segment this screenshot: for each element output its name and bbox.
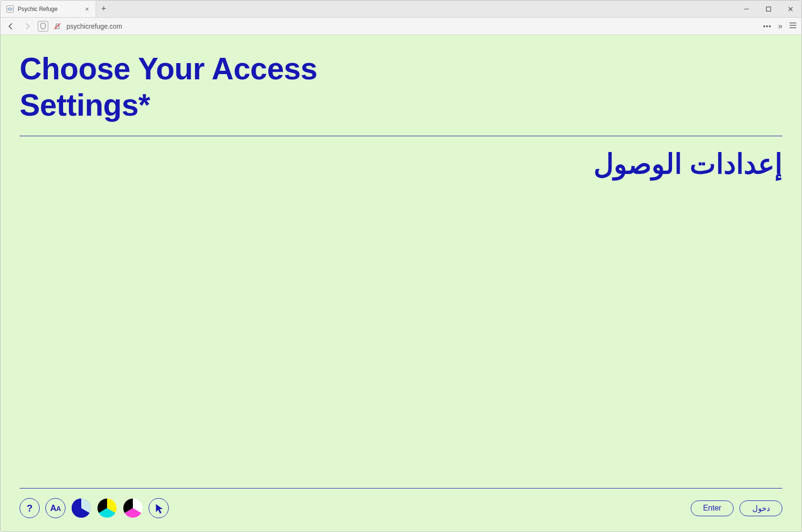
toolbar-right: ••• » <box>763 22 797 31</box>
page-heading-ar: إعدادات الوصول <box>20 148 782 180</box>
divider-bottom <box>20 488 782 489</box>
menu-button[interactable] <box>789 22 797 31</box>
overflow-chevrons-icon[interactable]: » <box>778 22 782 31</box>
minimize-button[interactable] <box>736 0 758 17</box>
enter-button[interactable]: Enter <box>691 500 734 516</box>
back-button[interactable] <box>5 21 17 32</box>
footer-left: ? AA <box>20 498 169 518</box>
url-text[interactable]: psychicrefuge.com <box>66 22 122 30</box>
tab-title: Psychic Refuge <box>18 6 79 12</box>
enter-button-label: Enter <box>703 504 721 512</box>
pie-icon <box>123 498 143 518</box>
footer-bar: ? AA <box>20 498 782 518</box>
pie-icon <box>97 498 117 518</box>
text-size-icon: AA <box>50 503 61 513</box>
favicon-icon <box>6 5 14 13</box>
new-tab-button[interactable]: + <box>96 0 111 17</box>
forward-button[interactable] <box>22 21 33 32</box>
help-button[interactable]: ? <box>20 498 40 518</box>
window-controls <box>736 0 802 17</box>
browser-toolbar: psychicrefuge.com ••• » <box>0 18 802 35</box>
question-icon: ? <box>27 503 33 514</box>
titlebar: Psychic Refuge × + <box>0 0 802 18</box>
insecure-lock-icon[interactable] <box>53 22 62 31</box>
page-content: Choose Your Access Settings* إعدادات الو… <box>0 35 802 532</box>
divider-top <box>20 136 782 136</box>
enter-button-ar-label: دخول <box>752 504 770 513</box>
browser-window: Psychic Refuge × + <box>0 0 802 532</box>
tab-close-icon[interactable]: × <box>83 5 91 13</box>
maximize-button[interactable] <box>758 0 780 17</box>
footer-right: Enter دخول <box>691 500 782 516</box>
close-window-button[interactable] <box>780 0 802 17</box>
pie-icon <box>71 498 91 518</box>
color-theme-3-button[interactable] <box>123 498 143 518</box>
cursor-icon <box>149 499 168 518</box>
svg-rect-2 <box>767 7 771 11</box>
enter-button-ar[interactable]: دخول <box>739 500 782 516</box>
cursor-settings-button[interactable] <box>149 498 169 518</box>
browser-tab[interactable]: Psychic Refuge × <box>0 0 96 17</box>
color-theme-2-button[interactable] <box>97 498 117 518</box>
color-theme-1-button[interactable] <box>71 498 91 518</box>
shield-icon[interactable] <box>38 21 48 32</box>
page-actions-icon[interactable]: ••• <box>763 22 771 30</box>
page-heading-en: Choose Your Access Settings* <box>20 51 354 123</box>
text-size-button[interactable]: AA <box>45 498 65 518</box>
